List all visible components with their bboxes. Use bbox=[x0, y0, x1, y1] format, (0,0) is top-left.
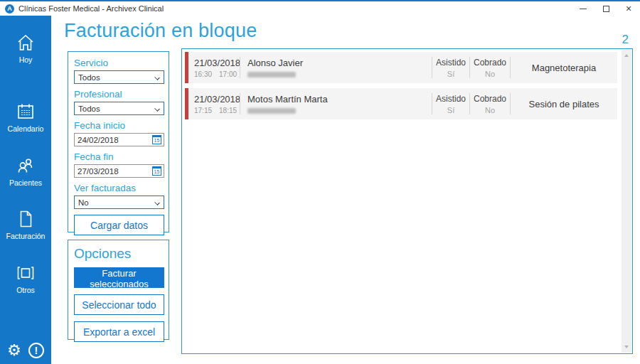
fecha-fin-value: 27/03/2018 bbox=[78, 167, 119, 176]
close-icon: × bbox=[626, 4, 631, 14]
patient-name: Alonso Javier bbox=[247, 58, 432, 68]
redacted-patient-detail bbox=[247, 72, 296, 77]
cobrado-label: Cobrado bbox=[474, 58, 506, 68]
invoice-icon bbox=[16, 209, 36, 229]
scroll-up-icon[interactable] bbox=[624, 54, 629, 57]
chevron-down-icon bbox=[154, 75, 160, 80]
redacted-patient-detail bbox=[247, 108, 296, 114]
seleccionar-todo-button[interactable]: Seleccionar todo bbox=[74, 294, 164, 315]
profesional-select[interactable]: Todos bbox=[74, 102, 164, 115]
fecha-fin-label: Fecha fin bbox=[74, 151, 163, 162]
appointment-date: 21/03/2018 bbox=[194, 94, 240, 105]
maximize-button[interactable] bbox=[594, 1, 617, 16]
appointments-list-panel: 21/03/2018 16:30 17:00 Alonso Javier Asi… bbox=[181, 48, 633, 354]
sidebar-item-hoy[interactable]: Hoy bbox=[0, 33, 51, 64]
patients-icon bbox=[16, 156, 36, 176]
maximize-icon bbox=[603, 6, 609, 12]
chevron-down-icon bbox=[154, 106, 160, 112]
servicio-select[interactable]: Todos bbox=[74, 70, 164, 84]
filter-panel: Servicio Todos Profesional Todos Fecha i… bbox=[68, 51, 169, 232]
appointment-row[interactable]: 21/03/2018 17:15 18:15 Motos Martín Mart… bbox=[185, 88, 617, 119]
sidebar-item-facturacion[interactable]: Facturación bbox=[0, 209, 51, 240]
sidebar-item-calendario[interactable]: Calendario bbox=[0, 102, 51, 133]
asistido-value: Sí bbox=[447, 70, 454, 78]
ver-facturadas-value: No bbox=[78, 198, 89, 207]
home-icon bbox=[16, 33, 36, 53]
appointment-row[interactable]: 21/03/2018 16:30 17:00 Alonso Javier Asi… bbox=[185, 52, 617, 83]
appointment-end-time: 17:00 bbox=[219, 70, 237, 78]
profesional-value: Todos bbox=[78, 105, 100, 113]
fecha-inicio-value: 24/02/2018 bbox=[78, 136, 119, 144]
titlebar: A Clínicas Foster Medical - Archivex Cli… bbox=[0, 0, 640, 16]
patient-name: Motos Martín Marta bbox=[247, 94, 432, 105]
app-logo-icon: A bbox=[5, 4, 14, 14]
fecha-fin-input[interactable]: 27/03/2018 15 bbox=[74, 164, 164, 178]
window-title: Clínicas Foster Medical - Archivex Clini… bbox=[18, 4, 164, 13]
close-button[interactable]: × bbox=[617, 1, 640, 16]
exportar-excel-button[interactable]: Exportar a excel bbox=[74, 321, 164, 342]
calendar-icon bbox=[16, 102, 36, 122]
appointment-date: 21/03/2018 bbox=[194, 58, 240, 68]
ver-facturadas-label: Ver facturadas bbox=[74, 183, 163, 193]
asistido-label: Asistido bbox=[436, 94, 466, 104]
sidebar-item-label: Calendario bbox=[0, 124, 51, 133]
options-title: Opciones bbox=[74, 246, 163, 262]
appointment-start-time: 16:30 bbox=[194, 70, 212, 78]
fecha-inicio-input[interactable]: 24/02/2018 15 bbox=[74, 133, 164, 146]
sidebar-item-label: Hoy bbox=[0, 55, 51, 64]
cobrado-label: Cobrado bbox=[474, 94, 506, 104]
sidebar-item-label: Facturación bbox=[0, 232, 51, 240]
appointment-end-time: 18:15 bbox=[219, 107, 237, 114]
fecha-inicio-label: Fecha inicio bbox=[74, 120, 163, 131]
ver-facturadas-select[interactable]: No bbox=[74, 196, 164, 209]
result-count: 2 bbox=[622, 33, 629, 47]
facturar-seleccionados-button[interactable]: Facturar seleccionados bbox=[74, 267, 164, 288]
calendar-picker-icon[interactable]: 15 bbox=[152, 135, 161, 144]
sidebar-item-label: Otros bbox=[0, 286, 51, 294]
sidebar-item-otros[interactable]: Otros bbox=[0, 263, 51, 294]
scroll-down-icon[interactable] bbox=[624, 346, 629, 348]
service-name: Magnetoterapia bbox=[532, 63, 596, 73]
cargar-datos-button[interactable]: Cargar datos bbox=[74, 215, 164, 235]
calendar-picker-icon[interactable]: 15 bbox=[152, 166, 161, 176]
others-icon bbox=[16, 263, 36, 283]
sidebar-item-pacientes[interactable]: Pacientes bbox=[0, 156, 51, 187]
sidebar-item-label: Pacientes bbox=[0, 178, 51, 187]
cobrado-value: No bbox=[485, 106, 495, 114]
cobrado-value: No bbox=[485, 70, 495, 78]
service-name: Sesión de pilates bbox=[528, 99, 599, 109]
vertical-scrollbar[interactable] bbox=[622, 50, 631, 353]
asistido-label: Asistido bbox=[436, 58, 466, 68]
chevron-down-icon bbox=[154, 200, 160, 205]
settings-gear-icon[interactable]: ⚙ bbox=[7, 343, 21, 358]
minimize-button[interactable] bbox=[572, 1, 594, 16]
asistido-value: Sí bbox=[447, 106, 454, 114]
minimize-icon bbox=[580, 9, 587, 9]
servicio-label: Servicio bbox=[74, 58, 163, 68]
appointment-start-time: 17:15 bbox=[194, 107, 212, 114]
page-title: Facturación en bloque bbox=[64, 20, 257, 42]
options-panel: Opciones Facturar seleccionados Seleccio… bbox=[68, 240, 169, 340]
servicio-value: Todos bbox=[78, 73, 100, 82]
sidebar: Hoy Calendario Pacientes Facturac bbox=[0, 16, 51, 364]
alert-icon[interactable]: ! bbox=[28, 343, 44, 358]
profesional-label: Profesional bbox=[74, 89, 163, 100]
